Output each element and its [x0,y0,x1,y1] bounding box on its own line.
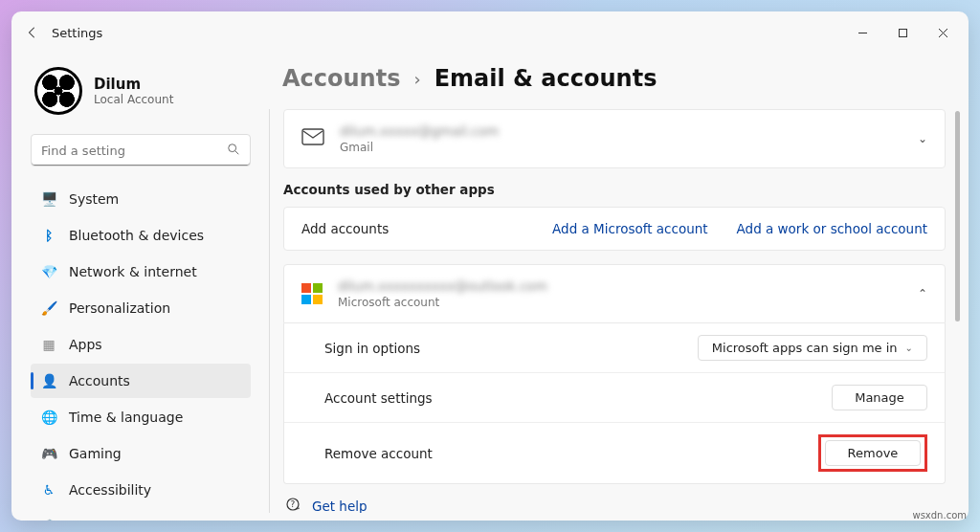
sidebar-item-label: Bluetooth & devices [69,228,204,243]
remove-label: Remove account [324,446,818,461]
sidebar-item-label: Accessibility [69,482,151,498]
accessibility-icon: ♿ [40,482,57,498]
search-icon [227,143,240,159]
sidebar-item-label: Apps [69,337,102,352]
account-settings-label: Account settings [324,390,832,406]
svg-rect-0 [899,29,906,36]
search-box[interactable] [31,134,251,166]
sidebar-item-label: Accounts [69,373,130,388]
svg-rect-2 [302,129,323,144]
window-title: Settings [52,26,102,40]
chevron-right-icon: › [413,69,420,89]
get-help-row[interactable]: ? Get help [283,484,946,513]
user-block[interactable]: Dilum Local Account [31,61,251,130]
remove-button[interactable]: Remove [825,440,921,466]
add-microsoft-link[interactable]: Add a Microsoft account [552,221,708,236]
sidebar-item-bluetooth[interactable]: ᛒBluetooth & devices [31,218,251,253]
ms-email: dilum.xxxxxxxxxx@outlook.com [338,278,902,294]
chevron-down-icon: ⌄ [918,132,927,145]
sidebar-item-label: Time & language [69,410,183,425]
avatar [34,67,82,115]
breadcrumb-parent[interactable]: Accounts [282,65,400,92]
sidebar-item-gaming[interactable]: 🎮Gaming [31,436,251,471]
privacy-icon: 🛡️ [40,519,57,521]
manage-button[interactable]: Manage [832,385,927,410]
apps-icon: ▦ [40,337,57,352]
gaming-icon: 🎮 [40,446,57,461]
titlebar: Settings [11,11,969,54]
microsoft-account-row[interactable]: dilum.xxxxxxxxxx@outlook.com Microsoft a… [283,264,946,323]
help-icon: ? [285,496,302,513]
sidebar-item-label: Network & internet [69,264,197,279]
page-title: Email & accounts [434,65,657,92]
svg-text:?: ? [291,499,296,509]
time-icon: 🌐 [40,410,57,425]
sidebar-item-label: System [69,191,119,207]
gmail-provider: Gmail [340,141,902,154]
sidebar-item-label: Privacy & security [69,519,189,521]
chevron-down-icon: ⌄ [905,343,913,353]
remove-highlight: Remove [818,434,927,472]
svg-point-1 [229,144,236,151]
remove-account-row: Remove account Remove [284,422,945,483]
main-panel: Accounts › Email & accounts dilum.xxxxx@… [258,54,961,513]
system-icon: 🖥️ [40,191,57,207]
gmail-email: dilum.xxxxx@gmail.com [340,123,902,139]
sidebar: Dilum Local Account 🖥️System ᛒBluetooth … [19,54,258,513]
user-name: Dilum [94,76,173,93]
sidebar-item-label: Personalization [69,300,170,316]
sidebar-item-personalization[interactable]: 🖌️Personalization [31,291,251,325]
sidebar-item-privacy[interactable]: 🛡️Privacy & security [31,509,251,521]
sidebar-item-accounts[interactable]: 👤Accounts [31,364,251,398]
ms-provider: Microsoft account [338,296,902,309]
user-sub: Local Account [94,93,173,106]
add-accounts-label: Add accounts [301,221,537,236]
accounts-icon: 👤 [40,373,57,388]
maximize-button[interactable] [882,17,923,48]
signin-label: Sign in options [324,341,698,356]
back-button[interactable] [17,17,48,48]
sidebar-item-label: Gaming [69,446,122,461]
watermark: wsxdn.com [912,510,967,521]
nav: 🖥️System ᛒBluetooth & devices 💎Network &… [31,182,251,521]
add-accounts-row: Add accounts Add a Microsoft account Add… [283,207,946,251]
brush-icon: 🖌️ [40,300,57,316]
sidebar-item-system[interactable]: 🖥️System [31,182,251,216]
signin-value: Microsoft apps can sign me in [712,341,898,355]
network-icon: 💎 [40,264,57,279]
signin-options-row: Sign in options Microsoft apps can sign … [284,323,945,372]
bluetooth-icon: ᛒ [40,228,57,243]
signin-dropdown[interactable]: Microsoft apps can sign me in ⌄ [698,335,927,361]
sidebar-item-accessibility[interactable]: ♿Accessibility [31,473,251,507]
add-work-school-link[interactable]: Add a work or school account [737,221,927,236]
mail-icon [301,128,324,149]
search-input[interactable] [41,144,227,158]
chevron-up-icon: ⌃ [918,287,927,300]
settings-window: Settings Dilum Local Account [11,11,969,521]
gmail-account-row[interactable]: dilum.xxxxx@gmail.com Gmail ⌄ [283,109,946,168]
breadcrumb: Accounts › Email & accounts [282,57,946,109]
sidebar-item-apps[interactable]: ▦Apps [31,327,251,362]
scrollbar-thumb[interactable] [955,111,960,321]
close-button[interactable] [923,17,963,48]
sidebar-item-time[interactable]: 🌐Time & language [31,400,251,434]
section-title: Accounts used by other apps [283,182,946,197]
microsoft-logo-icon [301,283,323,304]
account-settings-row: Account settings Manage [284,372,945,422]
sidebar-item-network[interactable]: 💎Network & internet [31,255,251,289]
get-help-link[interactable]: Get help [312,499,368,513]
microsoft-account-detail: Sign in options Microsoft apps can sign … [283,323,946,484]
minimize-button[interactable] [842,17,882,48]
